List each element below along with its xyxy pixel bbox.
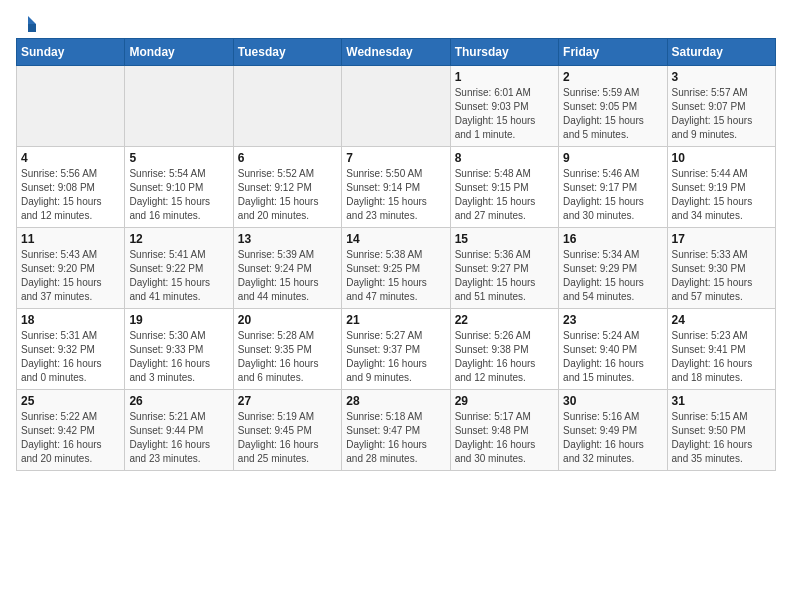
day-detail: Sunrise: 5:57 AMSunset: 9:07 PMDaylight:…: [672, 86, 771, 142]
column-header-friday: Friday: [559, 39, 667, 66]
calendar-cell: 2Sunrise: 5:59 AMSunset: 9:05 PMDaylight…: [559, 66, 667, 147]
calendar-cell: [233, 66, 341, 147]
day-detail: Sunrise: 5:48 AMSunset: 9:15 PMDaylight:…: [455, 167, 554, 223]
svg-marker-1: [28, 24, 36, 32]
calendar-cell: 27Sunrise: 5:19 AMSunset: 9:45 PMDayligh…: [233, 390, 341, 471]
day-detail: Sunrise: 5:59 AMSunset: 9:05 PMDaylight:…: [563, 86, 662, 142]
day-detail: Sunrise: 5:21 AMSunset: 9:44 PMDaylight:…: [129, 410, 228, 466]
day-number: 6: [238, 151, 337, 165]
day-detail: Sunrise: 5:31 AMSunset: 9:32 PMDaylight:…: [21, 329, 120, 385]
calendar-week-1: 1Sunrise: 6:01 AMSunset: 9:03 PMDaylight…: [17, 66, 776, 147]
day-detail: Sunrise: 5:34 AMSunset: 9:29 PMDaylight:…: [563, 248, 662, 304]
day-detail: Sunrise: 5:43 AMSunset: 9:20 PMDaylight:…: [21, 248, 120, 304]
calendar-cell: [17, 66, 125, 147]
day-number: 3: [672, 70, 771, 84]
day-detail: Sunrise: 5:39 AMSunset: 9:24 PMDaylight:…: [238, 248, 337, 304]
day-detail: Sunrise: 5:44 AMSunset: 9:19 PMDaylight:…: [672, 167, 771, 223]
day-number: 11: [21, 232, 120, 246]
day-number: 20: [238, 313, 337, 327]
day-number: 29: [455, 394, 554, 408]
calendar-cell: 6Sunrise: 5:52 AMSunset: 9:12 PMDaylight…: [233, 147, 341, 228]
calendar-cell: 31Sunrise: 5:15 AMSunset: 9:50 PMDayligh…: [667, 390, 775, 471]
calendar-cell: 4Sunrise: 5:56 AMSunset: 9:08 PMDaylight…: [17, 147, 125, 228]
day-detail: Sunrise: 5:33 AMSunset: 9:30 PMDaylight:…: [672, 248, 771, 304]
calendar-cell: 28Sunrise: 5:18 AMSunset: 9:47 PMDayligh…: [342, 390, 450, 471]
calendar-cell: 21Sunrise: 5:27 AMSunset: 9:37 PMDayligh…: [342, 309, 450, 390]
day-detail: Sunrise: 5:56 AMSunset: 9:08 PMDaylight:…: [21, 167, 120, 223]
day-number: 23: [563, 313, 662, 327]
day-number: 27: [238, 394, 337, 408]
day-number: 7: [346, 151, 445, 165]
calendar-week-3: 11Sunrise: 5:43 AMSunset: 9:20 PMDayligh…: [17, 228, 776, 309]
calendar-cell: [125, 66, 233, 147]
day-detail: Sunrise: 5:17 AMSunset: 9:48 PMDaylight:…: [455, 410, 554, 466]
day-number: 28: [346, 394, 445, 408]
calendar-cell: 5Sunrise: 5:54 AMSunset: 9:10 PMDaylight…: [125, 147, 233, 228]
day-number: 18: [21, 313, 120, 327]
calendar-cell: 17Sunrise: 5:33 AMSunset: 9:30 PMDayligh…: [667, 228, 775, 309]
day-detail: Sunrise: 5:19 AMSunset: 9:45 PMDaylight:…: [238, 410, 337, 466]
day-number: 10: [672, 151, 771, 165]
calendar-cell: 18Sunrise: 5:31 AMSunset: 9:32 PMDayligh…: [17, 309, 125, 390]
day-number: 21: [346, 313, 445, 327]
calendar-cell: 9Sunrise: 5:46 AMSunset: 9:17 PMDaylight…: [559, 147, 667, 228]
column-header-tuesday: Tuesday: [233, 39, 341, 66]
calendar-cell: 3Sunrise: 5:57 AMSunset: 9:07 PMDaylight…: [667, 66, 775, 147]
day-number: 19: [129, 313, 228, 327]
svg-marker-0: [28, 16, 36, 24]
column-header-monday: Monday: [125, 39, 233, 66]
column-header-saturday: Saturday: [667, 39, 775, 66]
day-detail: Sunrise: 5:23 AMSunset: 9:41 PMDaylight:…: [672, 329, 771, 385]
day-number: 22: [455, 313, 554, 327]
column-header-wednesday: Wednesday: [342, 39, 450, 66]
calendar-cell: 10Sunrise: 5:44 AMSunset: 9:19 PMDayligh…: [667, 147, 775, 228]
calendar-cell: 13Sunrise: 5:39 AMSunset: 9:24 PMDayligh…: [233, 228, 341, 309]
day-number: 15: [455, 232, 554, 246]
day-detail: Sunrise: 5:16 AMSunset: 9:49 PMDaylight:…: [563, 410, 662, 466]
calendar-cell: 23Sunrise: 5:24 AMSunset: 9:40 PMDayligh…: [559, 309, 667, 390]
day-number: 12: [129, 232, 228, 246]
calendar-cell: 24Sunrise: 5:23 AMSunset: 9:41 PMDayligh…: [667, 309, 775, 390]
day-number: 30: [563, 394, 662, 408]
logo-icon: [18, 14, 38, 34]
day-number: 25: [21, 394, 120, 408]
day-number: 24: [672, 313, 771, 327]
calendar-cell: 26Sunrise: 5:21 AMSunset: 9:44 PMDayligh…: [125, 390, 233, 471]
day-number: 26: [129, 394, 228, 408]
calendar-week-5: 25Sunrise: 5:22 AMSunset: 9:42 PMDayligh…: [17, 390, 776, 471]
calendar-table: SundayMondayTuesdayWednesdayThursdayFrid…: [16, 38, 776, 471]
calendar-cell: 30Sunrise: 5:16 AMSunset: 9:49 PMDayligh…: [559, 390, 667, 471]
page-header: [16, 16, 776, 30]
day-detail: Sunrise: 5:36 AMSunset: 9:27 PMDaylight:…: [455, 248, 554, 304]
day-detail: Sunrise: 6:01 AMSunset: 9:03 PMDaylight:…: [455, 86, 554, 142]
day-detail: Sunrise: 5:54 AMSunset: 9:10 PMDaylight:…: [129, 167, 228, 223]
day-detail: Sunrise: 5:26 AMSunset: 9:38 PMDaylight:…: [455, 329, 554, 385]
day-number: 5: [129, 151, 228, 165]
column-header-sunday: Sunday: [17, 39, 125, 66]
calendar-cell: 11Sunrise: 5:43 AMSunset: 9:20 PMDayligh…: [17, 228, 125, 309]
column-header-thursday: Thursday: [450, 39, 558, 66]
calendar-week-2: 4Sunrise: 5:56 AMSunset: 9:08 PMDaylight…: [17, 147, 776, 228]
calendar-cell: 1Sunrise: 6:01 AMSunset: 9:03 PMDaylight…: [450, 66, 558, 147]
day-number: 16: [563, 232, 662, 246]
calendar-cell: 7Sunrise: 5:50 AMSunset: 9:14 PMDaylight…: [342, 147, 450, 228]
day-number: 9: [563, 151, 662, 165]
calendar-cell: 8Sunrise: 5:48 AMSunset: 9:15 PMDaylight…: [450, 147, 558, 228]
day-number: 17: [672, 232, 771, 246]
calendar-cell: 15Sunrise: 5:36 AMSunset: 9:27 PMDayligh…: [450, 228, 558, 309]
logo: [16, 16, 38, 30]
day-detail: Sunrise: 5:18 AMSunset: 9:47 PMDaylight:…: [346, 410, 445, 466]
calendar-cell: 19Sunrise: 5:30 AMSunset: 9:33 PMDayligh…: [125, 309, 233, 390]
day-detail: Sunrise: 5:50 AMSunset: 9:14 PMDaylight:…: [346, 167, 445, 223]
day-detail: Sunrise: 5:30 AMSunset: 9:33 PMDaylight:…: [129, 329, 228, 385]
calendar-cell: 22Sunrise: 5:26 AMSunset: 9:38 PMDayligh…: [450, 309, 558, 390]
day-number: 31: [672, 394, 771, 408]
calendar-cell: 14Sunrise: 5:38 AMSunset: 9:25 PMDayligh…: [342, 228, 450, 309]
day-detail: Sunrise: 5:22 AMSunset: 9:42 PMDaylight:…: [21, 410, 120, 466]
day-detail: Sunrise: 5:52 AMSunset: 9:12 PMDaylight:…: [238, 167, 337, 223]
day-number: 13: [238, 232, 337, 246]
calendar-cell: 29Sunrise: 5:17 AMSunset: 9:48 PMDayligh…: [450, 390, 558, 471]
day-number: 2: [563, 70, 662, 84]
calendar-cell: 20Sunrise: 5:28 AMSunset: 9:35 PMDayligh…: [233, 309, 341, 390]
day-detail: Sunrise: 5:27 AMSunset: 9:37 PMDaylight:…: [346, 329, 445, 385]
